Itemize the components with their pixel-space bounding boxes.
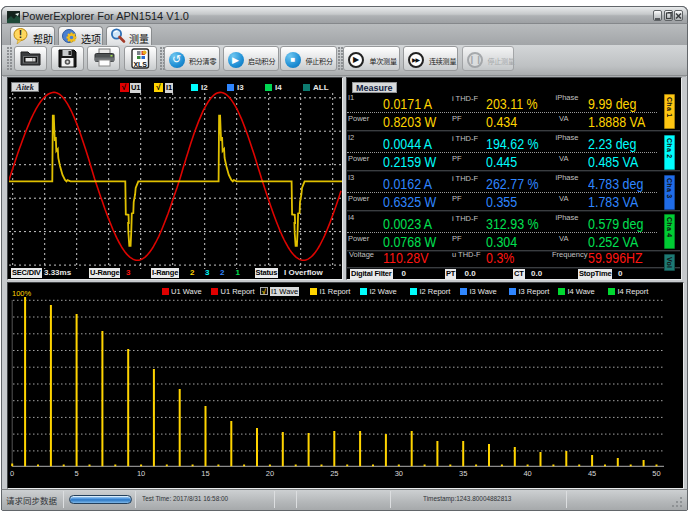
svg-text:35: 35: [459, 469, 467, 478]
svg-text:15: 15: [201, 469, 209, 478]
svg-text:!: !: [19, 29, 22, 40]
svg-text:50: 50: [652, 469, 660, 478]
svg-text:25: 25: [330, 469, 338, 478]
svg-text:20: 20: [265, 469, 273, 478]
svg-text:10: 10: [136, 469, 144, 478]
svg-text:0: 0: [10, 469, 14, 478]
svg-text:30: 30: [394, 469, 402, 478]
svg-text:XLS: XLS: [133, 60, 147, 67]
svg-text:40: 40: [523, 469, 531, 478]
svg-text:45: 45: [587, 469, 595, 478]
svg-text:5: 5: [74, 469, 78, 478]
